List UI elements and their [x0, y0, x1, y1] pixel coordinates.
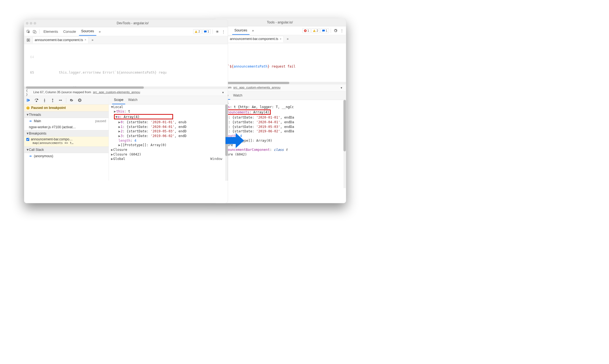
- chevron-down-icon[interactable]: ▾: [339, 85, 344, 90]
- svg-point-19: [44, 101, 45, 102]
- scope-tabs-row: Scope Watch: [109, 96, 228, 105]
- titlebar: Tools - angular.io/: [214, 18, 346, 26]
- breakpoint-checkbox[interactable]: [26, 138, 29, 141]
- tabstrip: Elements Console Sources » 2 1 ⋮: [24, 27, 228, 36]
- section-threads[interactable]: ▼Threads: [24, 111, 108, 118]
- step-into-icon[interactable]: [42, 97, 47, 103]
- more-tabs-icon[interactable]: »: [250, 28, 256, 33]
- svg-rect-8: [196, 32, 196, 32]
- mapped-source-link[interactable]: src_app_custom-elements_annou: [233, 86, 280, 89]
- svg-point-26: [78, 98, 81, 102]
- warnings-badge[interactable]: 2: [193, 29, 202, 34]
- step-over-icon[interactable]: [34, 97, 39, 103]
- tab-scope[interactable]: Scope: [112, 96, 125, 104]
- statusbar: apped from src_app_custom-elements_annou…: [214, 84, 346, 92]
- svg-point-17: [36, 101, 37, 102]
- titlebar: DevTools - angular.io/: [24, 20, 228, 27]
- callstack-frame[interactable]: ➔(anonymous): [24, 153, 108, 159]
- svg-marker-15: [28, 99, 30, 102]
- step-icon[interactable]: [58, 97, 63, 103]
- navigator-toggle-icon[interactable]: [26, 37, 31, 43]
- inspect-icon[interactable]: [26, 29, 31, 34]
- kebab-icon[interactable]: ⋮: [339, 28, 345, 33]
- tab-elements[interactable]: Elements: [41, 28, 60, 35]
- svg-rect-28: [80, 99, 80, 101]
- device-toggle-icon[interactable]: [32, 29, 37, 34]
- svg-marker-13: [28, 39, 29, 41]
- statusbar: { } Line 67, Column 35 (source mapped fr…: [24, 89, 228, 96]
- more-files-icon[interactable]: »: [285, 36, 290, 42]
- close-icon[interactable]: ×: [84, 38, 86, 42]
- mapped-source-link[interactable]: src_app_custom-elements_annou: [93, 90, 140, 94]
- svg-rect-9: [204, 30, 206, 32]
- traffic-light-minimize[interactable]: [30, 22, 32, 25]
- step-out-icon[interactable]: [50, 97, 55, 103]
- scope-panel[interactable]: ▼Local ▶this: t ▼e: Array(4) ▶0: {startD…: [109, 105, 228, 181]
- warnings-badge[interactable]: 2: [311, 28, 320, 33]
- gear-icon[interactable]: [215, 29, 220, 34]
- file-tab-component[interactable]: announcement-bar.component.ts ×: [33, 37, 88, 43]
- issues-badge[interactable]: 1: [321, 28, 329, 33]
- tab-watch[interactable]: Watch: [126, 96, 139, 104]
- deactivate-breakpoints-icon[interactable]: [69, 97, 74, 103]
- thread-ngsw[interactable]: ngsw-worker.js #7100 (activat…: [24, 124, 108, 130]
- gear-icon[interactable]: [333, 28, 338, 33]
- comparison-arrow-icon: [226, 133, 244, 148]
- debugger-sidebar: Paused on breakpoint ▼Threads ➔Mainpause…: [24, 96, 109, 181]
- tabstrip: Sources » 1 2 1 ⋮: [214, 26, 346, 35]
- highlight-left: ▼e: Array(4): [114, 114, 173, 119]
- svg-marker-22: [61, 100, 62, 101]
- kebab-icon[interactable]: ⋮: [221, 29, 226, 34]
- tab-sources[interactable]: Sources: [79, 27, 96, 36]
- svg-rect-1: [314, 30, 314, 31]
- filetabs: announcement-bar.component.ts × »: [24, 36, 228, 44]
- svg-rect-14: [27, 99, 28, 102]
- file-tab-component[interactable]: announcement-bar.component.ts ×: [228, 36, 284, 42]
- issues-badge[interactable]: 1: [202, 29, 211, 34]
- tab-watch[interactable]: Watch: [231, 92, 244, 100]
- svg-point-21: [52, 101, 53, 102]
- thread-main[interactable]: ➔Mainpaused: [24, 118, 108, 124]
- scope-tabs-row: Scope Watch: [214, 91, 346, 100]
- svg-rect-3: [322, 30, 325, 31]
- devtools-window-right: Tools - angular.io/ Sources » 1 2 1 ⋮: [214, 18, 346, 203]
- devtools-window-left: DevTools - angular.io/ Elements Console …: [24, 19, 228, 203]
- svg-rect-6: [35, 31, 36, 33]
- braces-icon[interactable]: { }: [26, 90, 31, 95]
- section-breakpoints[interactable]: ▼Breakpoints: [24, 130, 108, 136]
- horizontal-scrollbar[interactable]: [24, 86, 228, 89]
- more-tabs-icon[interactable]: »: [97, 29, 102, 34]
- source-code[interactable]: 64 65 66 67 68 69 70 71 this.logger.erro…: [24, 44, 228, 86]
- svg-rect-7: [196, 31, 196, 32]
- tab-console[interactable]: Console: [61, 28, 78, 35]
- svg-rect-27: [79, 99, 80, 101]
- horizontal-scrollbar[interactable]: [214, 82, 346, 84]
- errors-badge[interactable]: 1: [302, 28, 311, 33]
- window-title: DevTools - angular.io/: [39, 21, 226, 25]
- traffic-light-close[interactable]: [26, 22, 28, 25]
- vertical-scrollbar[interactable]: [343, 100, 346, 188]
- svg-marker-20: [52, 98, 53, 99]
- paused-banner: Paused on breakpoint: [24, 105, 108, 111]
- svg-rect-30: [28, 107, 28, 108]
- svg-rect-2: [314, 31, 314, 31]
- svg-point-23: [59, 100, 60, 101]
- close-icon[interactable]: ×: [280, 37, 281, 41]
- svg-marker-18: [44, 100, 45, 101]
- breakpoint-entry[interactable]: announcement-bar.compo… map(announcement…: [24, 137, 108, 147]
- gutter[interactable]: 64 65 66 67 68 69 70 71: [24, 44, 36, 86]
- chevron-down-icon[interactable]: ▾: [220, 90, 226, 95]
- pause-on-exceptions-icon[interactable]: [77, 97, 83, 103]
- source-code[interactable]: Error(`${announcementsPath} request fail…: [214, 43, 346, 82]
- filetabs: d8.js announcement-bar.component.ts × »: [214, 35, 346, 43]
- tab-sources[interactable]: Sources: [232, 26, 250, 35]
- svg-rect-31: [28, 108, 28, 109]
- resume-icon[interactable]: [26, 97, 31, 103]
- window-title: Tools - angular.io/: [216, 20, 344, 24]
- traffic-light-zoom[interactable]: [34, 22, 36, 25]
- more-files-icon[interactable]: »: [90, 37, 95, 43]
- debug-controls: [24, 96, 108, 105]
- svg-marker-32: [226, 133, 244, 148]
- section-callstack[interactable]: ▼Call Stack: [24, 147, 108, 153]
